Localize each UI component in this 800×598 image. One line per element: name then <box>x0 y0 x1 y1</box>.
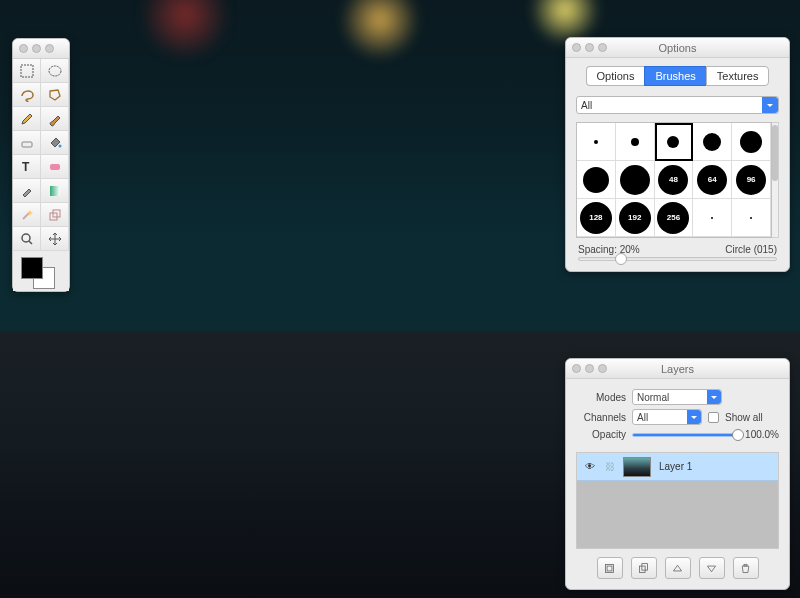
close-icon[interactable] <box>19 44 28 53</box>
brush-preset[interactable]: 48 <box>655 161 694 199</box>
opacity-slider[interactable] <box>632 433 739 437</box>
spacing-label: Spacing: 20% <box>578 244 640 255</box>
opacity-slider-knob[interactable] <box>732 429 744 441</box>
tool-clone[interactable] <box>41 203 69 227</box>
minimize-icon[interactable] <box>32 44 41 53</box>
tool-text[interactable]: T <box>13 155 41 179</box>
layers-titlebar[interactable]: Layers <box>566 359 789 379</box>
brush-grid: 486496128192256 <box>576 122 772 238</box>
svg-rect-6 <box>50 186 60 196</box>
tool-smudge[interactable] <box>41 155 69 179</box>
svg-point-9 <box>22 234 30 242</box>
showall-checkbox[interactable] <box>708 412 719 423</box>
brush-preset[interactable]: 128 <box>577 199 616 237</box>
opacity-label: Opacity <box>576 429 626 440</box>
brush-preset[interactable] <box>732 123 771 161</box>
toolbox-panel: T <box>12 38 70 292</box>
modes-value: Normal <box>637 392 669 403</box>
layer-name: Layer 1 <box>659 461 692 472</box>
new-layer-button[interactable] <box>597 557 623 579</box>
brush-preset[interactable] <box>616 161 655 199</box>
tool-rect-select[interactable] <box>13 59 41 83</box>
opacity-value: 100.0% <box>745 429 779 440</box>
channels-value: All <box>637 412 648 423</box>
tool-eyedropper[interactable] <box>13 179 41 203</box>
tool-bucket[interactable] <box>41 131 69 155</box>
chevron-down-icon <box>687 410 701 424</box>
zoom-icon[interactable] <box>45 44 54 53</box>
layer-row[interactable]: 👁⛓Layer 1 <box>577 453 778 481</box>
svg-rect-2 <box>22 142 32 147</box>
brush-preset[interactable] <box>655 123 694 161</box>
tool-zoom[interactable] <box>13 227 41 251</box>
brush-preset[interactable] <box>616 123 655 161</box>
layer-list: 👁⛓Layer 1 <box>576 452 779 549</box>
brush-preset[interactable] <box>577 123 616 161</box>
tab-brushes[interactable]: Brushes <box>644 66 705 86</box>
link-icon[interactable]: ⛓ <box>605 461 615 472</box>
layer-thumbnail <box>623 457 651 477</box>
brush-preset[interactable] <box>577 161 616 199</box>
brush-category-value: All <box>581 100 592 111</box>
options-title: Options <box>566 42 789 54</box>
brush-preset[interactable]: 192 <box>616 199 655 237</box>
brush-name-label: Circle (015) <box>725 244 777 255</box>
layer-down-button[interactable] <box>699 557 725 579</box>
svg-point-3 <box>58 144 61 147</box>
chevron-down-icon <box>707 390 721 404</box>
tool-brush[interactable] <box>41 107 69 131</box>
tool-move[interactable] <box>41 227 69 251</box>
tool-wand[interactable] <box>13 203 41 227</box>
color-swatches <box>13 251 69 291</box>
brush-preset[interactable] <box>693 123 732 161</box>
tool-pencil[interactable] <box>13 107 41 131</box>
spacing-slider-knob[interactable] <box>615 253 627 265</box>
tab-options[interactable]: Options <box>586 66 645 86</box>
svg-point-1 <box>49 66 61 76</box>
brush-preset[interactable] <box>693 199 732 237</box>
options-titlebar[interactable]: Options <box>566 38 789 58</box>
foreground-color-swatch[interactable] <box>21 257 43 279</box>
tool-poly-lasso[interactable] <box>41 83 69 107</box>
layers-title: Layers <box>566 363 789 375</box>
tool-gradient[interactable] <box>41 179 69 203</box>
duplicate-layer-button[interactable] <box>631 557 657 579</box>
toolbox-titlebar[interactable] <box>13 39 69 59</box>
svg-rect-0 <box>21 65 33 77</box>
svg-rect-5 <box>50 164 60 170</box>
showall-label: Show all <box>725 412 763 423</box>
layer-up-button[interactable] <box>665 557 691 579</box>
brush-category-dropdown[interactable]: All <box>576 96 779 114</box>
modes-dropdown[interactable]: Normal <box>632 389 722 405</box>
brush-preset[interactable]: 64 <box>693 161 732 199</box>
brush-preset[interactable]: 96 <box>732 161 771 199</box>
tab-textures[interactable]: Textures <box>706 66 770 86</box>
tool-eraser[interactable] <box>13 131 41 155</box>
tool-ellipse-select[interactable] <box>41 59 69 83</box>
layers-panel: Layers Modes Normal Channels All Show al… <box>565 358 790 590</box>
brush-scrollbar[interactable] <box>772 122 779 238</box>
brush-preset[interactable] <box>732 199 771 237</box>
options-panel: Options OptionsBrushesTextures All 48649… <box>565 37 790 272</box>
modes-label: Modes <box>576 392 626 403</box>
delete-layer-button[interactable] <box>733 557 759 579</box>
brush-preset[interactable]: 256 <box>655 199 694 237</box>
eye-icon[interactable]: 👁 <box>583 461 597 472</box>
channels-label: Channels <box>576 412 626 423</box>
tool-lasso[interactable] <box>13 83 41 107</box>
options-tabs: OptionsBrushesTextures <box>566 66 789 86</box>
svg-rect-11 <box>607 566 612 571</box>
channels-dropdown[interactable]: All <box>632 409 702 425</box>
spacing-slider[interactable] <box>578 257 777 261</box>
chevron-down-icon <box>762 97 778 113</box>
svg-text:T: T <box>22 160 30 174</box>
